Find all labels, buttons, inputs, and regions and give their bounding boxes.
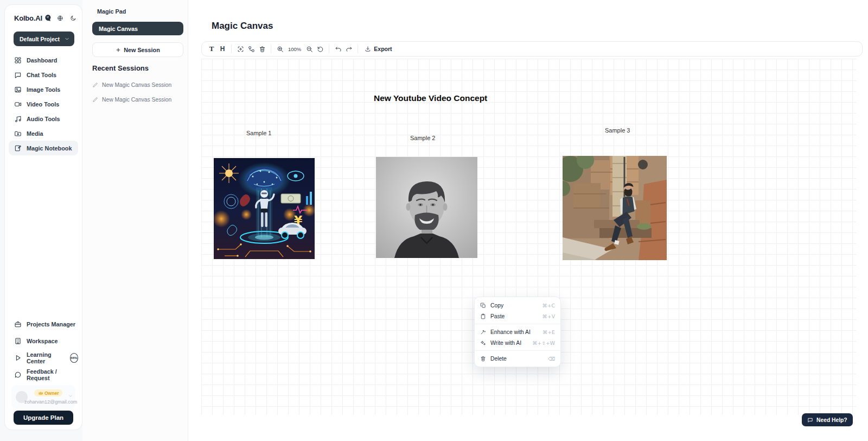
sidebar-item-label: Workspace: [27, 338, 58, 344]
undo-icon: [335, 46, 342, 53]
need-help-label: Need Help?: [816, 417, 847, 423]
sparkles-icon: [480, 340, 486, 346]
sidebar-item-workspace[interactable]: Workspace: [9, 333, 78, 348]
project-selector[interactable]: Default Project: [14, 32, 74, 46]
zoom-level: 100%: [288, 46, 301, 52]
context-menu-shortcut: ⌘+C: [542, 303, 555, 308]
sidebar-item-label: Media: [27, 130, 43, 137]
context-menu-label: Delete: [490, 356, 544, 362]
sample-image-3[interactable]: [563, 156, 667, 260]
briefcase-icon: [14, 320, 22, 328]
notebook-pen-icon: [14, 144, 22, 152]
moon-icon[interactable]: [70, 15, 76, 22]
sidebar-item-magic-pad[interactable]: Magic Pad: [97, 8, 126, 15]
new-session-button[interactable]: New Session: [92, 42, 183, 57]
sidebar-item-audio-tools[interactable]: Audio Tools: [9, 111, 78, 126]
page-title: Magic Canvas: [212, 21, 273, 32]
context-menu-shortcut: ⌘+⇧+W: [532, 340, 555, 346]
toolbar-divider: [231, 45, 232, 53]
context-menu-item-enhance-with-ai[interactable]: Enhance with AI ⌘+E: [475, 326, 560, 337]
globe-icon[interactable]: [57, 15, 63, 22]
session-item[interactable]: New Magic Canvas Session: [92, 97, 181, 103]
sidebar-item-label: Projects Manager: [27, 321, 75, 327]
copy-icon: [480, 303, 486, 308]
context-menu-label: Paste: [490, 313, 538, 319]
sidebar-item-media[interactable]: Media: [9, 126, 78, 141]
download-icon: [365, 46, 371, 52]
sidebar-item-magic-canvas[interactable]: Magic Canvas: [92, 22, 183, 35]
context-menu-item-write-with-ai[interactable]: Write with AI ⌘+⇧+W: [475, 337, 560, 348]
heading-tool-button[interactable]: H: [217, 43, 228, 55]
owner-badge-label: Owner: [44, 390, 59, 396]
reset-view-button[interactable]: [315, 43, 326, 55]
main-area: Magic Canvas T H 100%: [188, 0, 868, 441]
sample-image-2[interactable]: [376, 157, 477, 258]
zoom-out-icon: [306, 46, 313, 53]
connector-tool-button[interactable]: [246, 43, 257, 55]
sample-label-3[interactable]: Sample 3: [605, 127, 630, 134]
sidebar-item-dashboard[interactable]: Dashboard: [9, 53, 78, 67]
sidebar-item-projects-manager[interactable]: Projects Manager: [9, 317, 78, 331]
sidebar-item-label: Audio Tools: [27, 116, 60, 122]
export-label: Export: [374, 46, 392, 52]
text-tool-button[interactable]: T: [206, 43, 217, 55]
sidebar-item-magic-notebook[interactable]: Magic Notebook: [9, 141, 78, 155]
building-icon: [14, 337, 22, 345]
canvas-toolbar: T H 100%: [201, 41, 863, 56]
export-button[interactable]: Export: [361, 43, 395, 55]
context-menu-label: Copy: [490, 303, 538, 308]
context-menu-shortcut: ⌘+V: [542, 313, 555, 319]
sidebar-item-image-tools[interactable]: Image Tools: [9, 82, 78, 97]
delete-tool-button[interactable]: [257, 43, 267, 55]
sessions-panel: Magic Pad Magic Canvas New Session Recen…: [82, 0, 188, 441]
canvas-heading-text[interactable]: New Youtube Video Concept: [374, 93, 487, 103]
sidebar-item-video-tools[interactable]: Video Tools: [9, 97, 78, 111]
sidebar-item-chat-tools[interactable]: Chat Tools: [9, 67, 78, 82]
context-menu: Copy ⌘+C Paste ⌘+V Enhance with AI ⌘+E W…: [474, 297, 561, 367]
brand-logo-text: Kolbo.AI: [14, 14, 42, 22]
sample-label-1[interactable]: Sample 1: [246, 130, 271, 136]
sidebar-item-learning-center[interactable]: Learning Center 66%: [9, 350, 78, 365]
context-menu-shortcut: ⌫: [548, 356, 555, 362]
context-menu-item-delete[interactable]: Delete ⌫: [475, 353, 560, 364]
scan-sparkle-icon: [237, 46, 244, 53]
session-item-label: New Magic Canvas Session: [102, 82, 171, 88]
sidebar-item-label: Learning Center: [27, 351, 64, 364]
pencil-icon: [92, 97, 98, 103]
sidebar-item-label: Video Tools: [27, 101, 59, 108]
sample-image-1[interactable]: ¥: [214, 158, 315, 259]
workflow-icon: [248, 46, 255, 53]
crown-icon: [38, 390, 43, 395]
redo-icon: [346, 46, 353, 53]
brain-logo-icon: [44, 14, 52, 22]
redo-button[interactable]: [343, 43, 354, 55]
new-session-label: New Session: [124, 47, 160, 53]
ai-select-button[interactable]: [235, 43, 246, 55]
music-note-icon: [14, 115, 22, 123]
sidebar-item-feedback-request[interactable]: Feedback / Request: [9, 367, 78, 382]
upgrade-plan-button[interactable]: Upgrade Plan: [14, 411, 73, 425]
project-selector-label: Default Project: [20, 36, 65, 42]
sidebar-item-label: Feedback / Request: [27, 368, 78, 381]
context-menu-item-copy[interactable]: Copy ⌘+C: [475, 300, 560, 311]
sidebar-item-label: Dashboard: [27, 57, 57, 64]
zoom-out-button[interactable]: [304, 43, 315, 55]
sidebar-item-label: Chat Tools: [27, 72, 56, 78]
brand-row: Kolbo.AI: [14, 13, 76, 23]
owner-badge: Owner: [34, 389, 62, 396]
pencil-icon: [92, 82, 98, 88]
sample-label-2[interactable]: Sample 2: [410, 135, 435, 141]
clipboard-icon: [480, 313, 486, 319]
need-help-button[interactable]: Need Help?: [802, 413, 853, 426]
plus-icon: [116, 47, 121, 53]
chevron-down-icon: [68, 394, 73, 398]
zoom-in-button[interactable]: [275, 43, 285, 55]
magic-wand-icon: [480, 329, 486, 335]
context-menu-label: Write with AI: [490, 340, 528, 346]
context-menu-item-paste[interactable]: Paste ⌘+V: [475, 311, 560, 322]
play-icon: [14, 354, 22, 362]
session-item[interactable]: New Magic Canvas Session: [92, 82, 181, 88]
context-menu-divider: [475, 350, 560, 351]
user-profile[interactable]: Owner zoharvan12@gmail.com: [11, 385, 75, 409]
undo-button[interactable]: [333, 43, 343, 55]
